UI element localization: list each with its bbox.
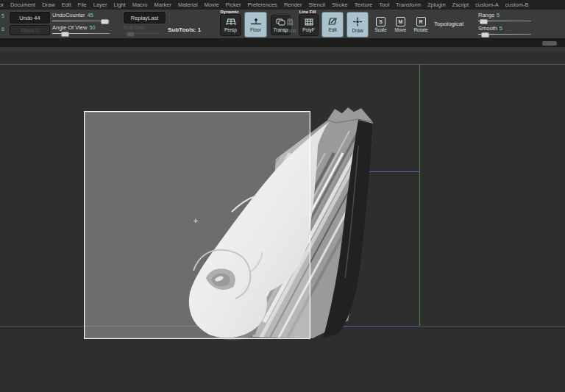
move-button[interactable]: M Move — [392, 15, 409, 34]
angle-of-view-track[interactable] — [52, 32, 110, 35]
draw-crosshair-icon — [352, 17, 363, 27]
roll-dist-handle[interactable] — [127, 32, 135, 37]
stencil-selection-rectangle[interactable] — [84, 111, 310, 339]
rotate-icon: R — [416, 17, 426, 26]
undo-counter-label: UndoCounter — [52, 12, 85, 18]
document-canvas[interactable]: + — [0, 51, 565, 392]
draw-button[interactable]: Draw — [347, 12, 369, 38]
shelf-scroll-strip — [0, 39, 565, 47]
subtools-count-label: SubTools: 1 — [168, 26, 201, 33]
smooth-value: 5 — [500, 25, 502, 32]
menu-item-stroke[interactable]: Stroke — [332, 1, 348, 8]
menu-item-custom-a[interactable]: custom-A — [475, 1, 499, 8]
horizontal-guide-green-right — [419, 326, 565, 327]
undo-counter-track[interactable] — [52, 20, 110, 22]
edit-button-label: Edit — [328, 27, 336, 32]
scale-button[interactable]: S Scale — [372, 15, 389, 34]
undo-button[interactable]: Undo 44 — [10, 12, 50, 24]
model-torn-top-edge — [327, 107, 373, 123]
rotate-button[interactable]: R Rotate — [412, 15, 430, 34]
polyf-button-label: PolyF — [302, 27, 315, 32]
undo-counter-handle[interactable] — [101, 19, 109, 24]
undo-counter-slider[interactable]: UndoCounter 45 — [52, 12, 110, 22]
menu-item-tool[interactable]: Tool — [379, 1, 389, 8]
floor-button[interactable]: Floor — [244, 12, 267, 38]
persp-button-label: Persp — [224, 27, 237, 32]
menu-item-transform[interactable]: Transform — [396, 1, 421, 8]
persp-button[interactable]: Persp — [220, 14, 241, 36]
document-top-edge — [0, 64, 565, 65]
range-handle[interactable] — [480, 19, 488, 24]
draw-button-label: Draw — [352, 28, 363, 33]
menu-item-custom-b[interactable]: custom-B — [505, 1, 529, 8]
menu-item-texture[interactable]: Texture — [355, 1, 373, 8]
menu-item-file[interactable]: File — [78, 1, 87, 8]
range-label: Range — [478, 12, 494, 18]
menu-item-movie[interactable]: Movie — [205, 1, 219, 8]
topological-label: Topological — [434, 21, 463, 27]
scale-icon: S — [376, 17, 385, 26]
floor-icon — [250, 18, 262, 26]
smooth-handle[interactable] — [481, 32, 489, 38]
smooth-track[interactable] — [478, 33, 531, 35]
menu-item-macro[interactable]: Macro — [132, 1, 148, 8]
scale-button-label: Scale — [374, 27, 386, 32]
roll-dist-slider[interactable]: Roll Dist — [124, 24, 159, 35]
roll-dist-label: Roll Dist — [124, 24, 144, 31]
ghost-button[interactable]: Ghost — [283, 16, 296, 34]
horizontal-guide-left — [0, 326, 84, 327]
edit-button[interactable]: Edit — [321, 12, 344, 38]
polyframe-grid-icon — [305, 18, 313, 26]
range-slider[interactable]: Range 5 — [478, 12, 531, 22]
draw-cursor-crosshair: + — [193, 218, 198, 225]
ghost-icon — [285, 18, 294, 27]
scrollbar-handle[interactable] — [542, 41, 557, 46]
menu-item-picker[interactable]: Picker — [226, 1, 241, 8]
move-icon: M — [396, 17, 405, 26]
range-value: 5 — [497, 12, 500, 18]
zbrush-window: Color Document Draw Edit File Layer Ligh… — [0, 0, 565, 392]
roll-dist-track[interactable] — [124, 32, 159, 35]
smooth-label: Smooth — [478, 25, 497, 32]
top-shelf-toolbar: 5 6 Undo 44 Redo 0 UndoCounter 45 Angle … — [0, 10, 565, 39]
rotate-button-label: Rotate — [413, 27, 427, 32]
angle-of-view-label: Angle Of View — [52, 24, 87, 31]
perspective-grid-icon — [226, 18, 236, 26]
angle-of-view-handle[interactable] — [61, 32, 69, 37]
vertical-green-guide — [419, 64, 420, 326]
menu-item-color[interactable]: Color — [0, 1, 4, 8]
edit-object-icon — [327, 17, 338, 26]
menu-item-marker[interactable]: Marker — [154, 1, 171, 8]
polyframe-button[interactable]: PolyF — [299, 14, 319, 36]
menu-item-preferences[interactable]: Preferences — [247, 1, 277, 8]
menu-item-material[interactable]: Material — [178, 1, 198, 8]
menu-item-zplugin[interactable]: Zplugin — [427, 1, 446, 8]
menu-item-draw[interactable]: Draw — [42, 1, 55, 8]
smooth-slider[interactable]: Smooth 5 — [478, 25, 531, 35]
menu-item-zscript[interactable]: Zscript — [452, 1, 469, 8]
move-button-label: Move — [395, 27, 407, 32]
menu-item-document[interactable]: Document — [10, 1, 35, 8]
range-track[interactable] — [478, 20, 531, 22]
menu-bar: Color Document Draw Edit File Layer Ligh… — [0, 0, 565, 10]
menu-item-stencil[interactable]: Stencil — [308, 1, 325, 8]
menu-item-render[interactable]: Render — [284, 1, 302, 8]
angle-of-view-value: 50 — [89, 24, 95, 31]
replay-last-button[interactable]: ReplayLast — [124, 12, 166, 24]
redo-button[interactable]: Redo 0 — [10, 25, 50, 35]
floor-button-label: Floor — [250, 27, 261, 32]
undo-counter-value: 45 — [88, 12, 93, 18]
clipped-slider-fragment-bottom: 6 — [1, 26, 4, 32]
ghost-button-label: Ghost — [283, 28, 296, 33]
menu-item-layer[interactable]: Layer — [93, 1, 107, 8]
clipped-slider-fragment-top: 5 — [1, 13, 4, 18]
angle-of-view-slider[interactable]: Angle Of View 50 — [52, 24, 110, 35]
menu-item-light[interactable]: Light — [113, 1, 125, 8]
menu-item-edit[interactable]: Edit — [62, 1, 71, 8]
